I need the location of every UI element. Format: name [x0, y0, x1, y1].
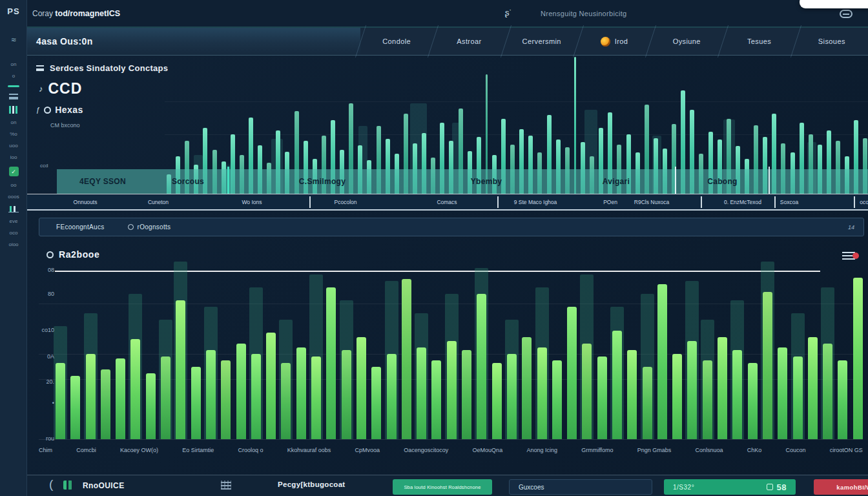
nav-tab-irod[interactable]: Irod [578, 28, 650, 55]
nav-tab-condole[interactable]: Condole [360, 28, 433, 55]
chart-bar [492, 363, 502, 439]
y-axis-label: 0A [26, 353, 54, 360]
band-sub-label: POen [603, 199, 617, 205]
chart-bar [853, 278, 863, 439]
band-sub-label: R9Cls Nuxoca [634, 199, 669, 205]
timeline-segment-label: C.Smilmogy [299, 177, 346, 186]
timeline-segment[interactable]: Ybemby [415, 169, 557, 194]
sidebar-item-label[interactable]: oioo [8, 242, 18, 247]
nav-tab-tesues[interactable]: Tesues [723, 28, 795, 55]
chart-bar [206, 350, 216, 439]
chart-bar-group [281, 278, 291, 439]
sidebar-item-label[interactable]: on [11, 62, 17, 67]
sidebar-item-label[interactable]: oco [10, 231, 18, 236]
timeline-segment[interactable]: 4EQY SSON [57, 169, 149, 194]
filter-tab-2[interactable]: rOognsotts [128, 223, 171, 231]
chart-bar-group [778, 278, 787, 439]
sidebar-item-label[interactable]: eve [10, 219, 18, 224]
y-axis-label: rou [26, 435, 54, 442]
chart-bar [326, 287, 336, 439]
secondary-button[interactable]: Guxcoes [509, 479, 652, 495]
sidebar-item-label[interactable]: o [12, 74, 15, 79]
chart-bar [627, 350, 637, 439]
x-axis-label: Conlsnuoa [696, 447, 723, 453]
x-axis-label: Kacoey OW(o) [120, 447, 158, 453]
chart-bar-group [462, 278, 471, 439]
nav-tab-astroar[interactable]: Astroar [433, 28, 505, 55]
chart-bar [371, 367, 381, 439]
bottom-bar: ( RnoOUlCE Pecgy[ktbugocoat Sba loutd Ki… [27, 475, 868, 496]
app-title: Coray tod/romagnetICS [32, 9, 120, 18]
chart-bar [597, 356, 607, 439]
y-axis-label: 20. [26, 378, 54, 385]
x-axis-label: Oacengoscitocoy [404, 447, 448, 453]
chart-bar-group [597, 278, 607, 439]
nav-tab-sisoues[interactable]: Sisoues [796, 28, 868, 55]
chart-bar-group [402, 278, 411, 439]
chart-bar-group [477, 278, 486, 439]
chart-bar-group [612, 278, 622, 439]
sparkline-icon[interactable] [8, 206, 19, 212]
nav-tab-label: Cerversmin [522, 37, 561, 45]
chart-bar-group [86, 278, 96, 439]
chart-bar-group [236, 278, 246, 439]
chart-bar [838, 360, 847, 439]
chart-bar [86, 354, 96, 439]
sidebar-item-label[interactable]: %o [10, 132, 17, 137]
sidebar-item-label[interactable]: ioo [10, 155, 17, 160]
chart-bar-group [116, 278, 125, 439]
chart2-title: Ra2booe [59, 249, 99, 260]
nav-tab-label: Condole [382, 37, 411, 45]
timeline-segment[interactable]: Avigari [557, 169, 675, 194]
chart-bar [56, 363, 65, 439]
chart-bar [161, 356, 170, 439]
grid-icon[interactable] [221, 480, 231, 490]
timeline-segment[interactable]: Cabong [676, 169, 769, 194]
chart-bar-group [176, 278, 185, 439]
bar-chart-icon[interactable] [9, 106, 18, 114]
danger-button[interactable]: kamohBI/W [814, 479, 868, 495]
status-text: Nrensguitg Neusinorbicitg [541, 10, 626, 17]
chart-bar-group [763, 278, 772, 439]
globe-icon[interactable] [840, 10, 852, 18]
chart-bar-group [522, 278, 532, 439]
chart-bar [748, 363, 758, 439]
chart-bar [567, 307, 577, 439]
chart-bar [266, 333, 276, 439]
chart-bar-group [191, 278, 201, 439]
primary-action-button[interactable]: Sba loutd Kinoohst Roaldshcnone [393, 479, 492, 495]
timeline-segment[interactable] [770, 169, 867, 194]
band-sub-label: Wo Ions [242, 199, 262, 205]
band-sub-label: Cuneton [148, 199, 169, 205]
stat-panel[interactable]: 1/S32° 58 [664, 479, 796, 495]
status-badge-icon[interactable] [9, 167, 19, 176]
active-indicator [8, 85, 19, 87]
middle-action-label[interactable]: Pecgy[ktbugocoat [278, 480, 345, 488]
timeline-segment[interactable]: C.Smilmogy [229, 169, 415, 194]
hamburger-icon[interactable] [36, 65, 44, 71]
nav-tab-cerversmin[interactable]: Cerversmin [506, 28, 578, 55]
chart-bar-group [718, 278, 727, 439]
search-pill[interactable] [800, 0, 868, 8]
chart-bar [778, 347, 787, 439]
menu-lines-icon[interactable] [9, 94, 18, 99]
chart-bar-group [808, 278, 818, 439]
timeline-segment-label: Sorcous [172, 177, 204, 186]
sidebar-item-label[interactable]: oo [11, 183, 17, 188]
chart-bar-group [657, 278, 667, 439]
timeline-segment-label: Ybemby [471, 177, 502, 186]
sidebar-item-label[interactable]: ooos [8, 194, 19, 200]
band-sub-label: Soxcoa [780, 199, 798, 205]
chart-bar [447, 341, 457, 439]
nav-tab-oysiune[interactable]: Oysiune [650, 28, 723, 55]
filter-tab-1[interactable]: FEcoongntAucs [56, 223, 105, 231]
stat-right-value: 58 [777, 482, 787, 492]
timeline-segment[interactable]: Sorcous [149, 169, 227, 194]
sidebar-item-label[interactable]: uoo [9, 143, 17, 149]
subtitle-row: ƒ Hexas [36, 105, 83, 115]
project-label[interactable]: RnoOUlCE [83, 481, 125, 490]
circle-icon [44, 107, 51, 114]
sidebar-item-label[interactable]: on [11, 120, 17, 125]
chart-bar-group [431, 278, 441, 439]
app-title-main: tod/romagnetICS [55, 9, 120, 18]
